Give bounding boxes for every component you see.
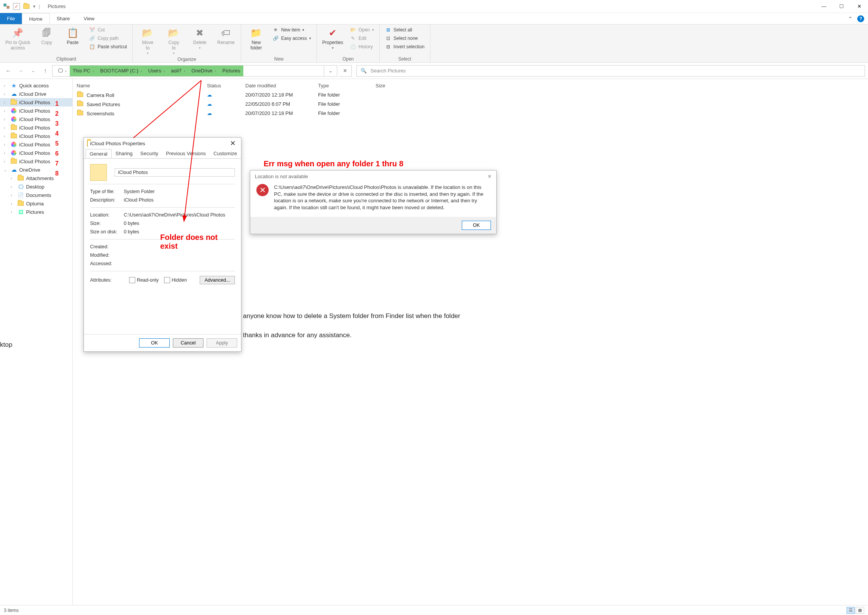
move-to-button[interactable]: 📂Move to▾ [136, 26, 159, 56]
apply-button[interactable]: Apply [207, 338, 237, 348]
recent-dropdown[interactable]: ⌄ [28, 66, 38, 76]
select-all-icon: ⊞ [385, 27, 391, 33]
new-item-button[interactable]: ✳New item ▾ [271, 26, 312, 34]
select-all-button[interactable]: ⊞Select all [384, 26, 426, 34]
cancel-button[interactable]: Cancel [173, 338, 203, 348]
up-button[interactable]: ↑ [40, 66, 51, 76]
tab-view[interactable]: View [77, 13, 101, 24]
tab-file[interactable]: File [0, 13, 22, 24]
crumb-thispc[interactable]: This PC› [70, 66, 97, 76]
close-button[interactable]: ✕ [228, 139, 238, 148]
location-value: C:\Users\aoli7\OneDrive\Pictures\iCloud … [124, 212, 225, 218]
search-input[interactable]: 🔍 Search Pictures [356, 65, 865, 77]
copy-path-button[interactable]: 🔗Copy path [88, 34, 129, 42]
file-row[interactable]: Camera Roll ☁ 20/07/2020 12:18 PM File f… [77, 90, 864, 99]
tab-general[interactable]: General [85, 149, 112, 159]
pinwheel-icon [11, 150, 17, 156]
tab-security[interactable]: Security [136, 149, 162, 159]
cut-button[interactable]: ✂️Cut [88, 26, 129, 34]
tab-home[interactable]: Home [22, 13, 50, 24]
select-none-button[interactable]: ⊡Select none [384, 34, 426, 42]
status-item-count: 3 items [4, 608, 19, 613]
tab-customize[interactable]: Customize [210, 149, 241, 159]
folder-icon [11, 125, 17, 131]
readonly-checkbox[interactable]: Read-only [129, 277, 159, 283]
properties-button[interactable]: ✔Properties▾ [321, 26, 345, 51]
tree-onedrive[interactable]: ⌄☁OneDrive [0, 166, 72, 174]
file-row[interactable]: Saved Pictures ☁ 22/05/2020 6:07 PM File… [77, 99, 864, 108]
tab-previous-versions[interactable]: Previous Versions [162, 149, 210, 159]
tree-icloud-photos-3[interactable]: ›iCloud Photos [0, 115, 72, 123]
rename-button[interactable]: 🏷Rename [215, 26, 237, 46]
view-large-icons-button[interactable]: ▦ [856, 607, 864, 614]
clear-button[interactable]: ✕ [339, 65, 352, 77]
pin-to-quick-access-button[interactable]: 📌 Pin to Quick access [4, 26, 32, 51]
qat-checkbox-icon[interactable]: ✓ [13, 3, 20, 10]
tree-desktop[interactable]: ›🖵Desktop [0, 182, 72, 191]
tree-icloud-photos-1[interactable]: ›iCloud Photos [0, 98, 72, 107]
forward-button[interactable]: → [15, 66, 26, 76]
column-headers[interactable]: Name Status Date modified Type Size [77, 81, 864, 90]
close-button[interactable]: ✕ [850, 0, 868, 13]
ok-button[interactable]: OK [462, 221, 491, 230]
history-button[interactable]: 🕘History [348, 43, 375, 51]
qat-folder-icon[interactable] [23, 3, 30, 10]
tree-quick-access[interactable]: ›★Quick access [0, 81, 72, 90]
delete-button[interactable]: ✖Delete▾ [189, 26, 211, 51]
tree-icloud-photos-4[interactable]: ›iCloud Photos [0, 123, 72, 132]
tree-icloud-photos-5[interactable]: ›iCloud Photos [0, 132, 72, 140]
folder-name-input[interactable]: iCloud Photos [115, 168, 235, 177]
advanced-button[interactable]: Advanced... [200, 276, 235, 284]
copy-to-button[interactable]: 📂Copy to▾ [162, 26, 185, 56]
crumb-onedrive[interactable]: OneDrive› [188, 66, 219, 76]
edit-button[interactable]: ✎Edit [348, 34, 375, 42]
tree-pictures[interactable]: ›🖼Pictures [0, 208, 72, 216]
qat-dropdown-icon[interactable]: ▾ [33, 3, 36, 9]
tab-share[interactable]: Share [50, 13, 77, 24]
breadcrumb-root[interactable]: 🖵› [55, 66, 70, 76]
crumb-drive[interactable]: BOOTCAMP (C:)› [97, 66, 145, 76]
col-status: Status [207, 83, 245, 89]
paste-shortcut-button[interactable]: 📋Paste shortcut [88, 43, 129, 51]
help-icon[interactable]: ? [857, 15, 864, 22]
invert-selection-button[interactable]: ⊟Invert selection [384, 43, 426, 51]
paste-icon: 📋 [67, 27, 79, 39]
maximize-button[interactable]: ☐ [833, 0, 850, 13]
back-button[interactable]: ← [3, 66, 14, 76]
tree-icloud-photos-2[interactable]: ›iCloud Photos [0, 107, 72, 115]
view-details-button[interactable]: ☰ [847, 607, 855, 614]
background-text-2: thanks in advance for any assistance. [243, 331, 352, 339]
open-button[interactable]: 📂Open ▾ [348, 26, 375, 34]
crumb-pictures[interactable]: Pictures [219, 66, 243, 76]
folder-icon [11, 133, 17, 139]
tree-icloud-photos-8[interactable]: ›iCloud Photos [0, 157, 72, 166]
tree-optuma[interactable]: ›Optuma [0, 199, 72, 208]
cloud-icon: ☁ [207, 92, 245, 98]
easy-access-button[interactable]: 🔗Easy access ▾ [271, 34, 312, 42]
tree-icloud-photos-6[interactable]: ›iCloud Photos [0, 140, 72, 149]
tree-icloud-photos-7[interactable]: ›iCloud Photos [0, 149, 72, 157]
ok-button[interactable]: OK [139, 338, 170, 348]
tree-attachments[interactable]: ›Attachments [0, 174, 72, 182]
file-row[interactable]: Screenshots ☁ 20/07/2020 12:18 PM File f… [77, 108, 864, 118]
col-type: Type [318, 83, 376, 89]
close-button[interactable]: ✕ [487, 174, 492, 179]
tree-documents[interactable]: ›📄Documents [0, 191, 72, 199]
collapse-ribbon-icon[interactable]: ⌃ [848, 16, 853, 22]
breadcrumb-dropdown[interactable]: ⌄ [324, 66, 337, 76]
tree-icloud-drive[interactable]: ›☁iCloud Drive [0, 90, 72, 98]
crumb-user[interactable]: aoli7› [168, 66, 188, 76]
annotation-err-heading: Err msg when open any folder 1 thru 8 [264, 159, 404, 168]
minimize-button[interactable]: — [815, 0, 833, 13]
hidden-checkbox[interactable]: Hidden [164, 277, 187, 283]
select-none-icon: ⊡ [385, 35, 391, 41]
paste-button[interactable]: 📋 Paste [62, 26, 84, 46]
annotation-4: 4 [55, 130, 59, 137]
crumb-users[interactable]: Users› [145, 66, 168, 76]
svg-rect-0 [4, 4, 6, 6]
move-to-icon: 📂 [141, 27, 154, 39]
col-date: Date modified [245, 83, 318, 89]
new-folder-button[interactable]: 📁New folder [245, 26, 267, 51]
copy-button[interactable]: 🗐 Copy [36, 26, 58, 46]
tab-sharing[interactable]: Sharing [112, 149, 136, 159]
